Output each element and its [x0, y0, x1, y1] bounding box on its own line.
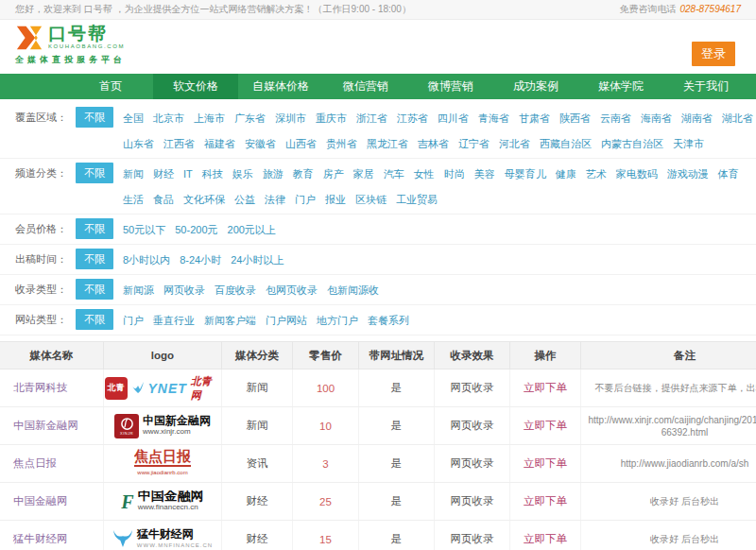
- filter-selected-site-type[interactable]: 不限: [76, 309, 113, 330]
- filter-option[interactable]: 湖南省: [681, 108, 713, 129]
- media-name-link[interactable]: 中国金融网: [0, 483, 104, 520]
- filter-option[interactable]: 百度收录: [215, 280, 256, 301]
- filter-option[interactable]: 8小时以内: [123, 249, 170, 270]
- filter-option[interactable]: 科技: [202, 163, 223, 184]
- nav-item-1[interactable]: 软文价格: [153, 74, 238, 99]
- filter-option[interactable]: 女性: [414, 163, 435, 184]
- order-now-link[interactable]: 立即下单: [510, 521, 581, 550]
- filter-option[interactable]: 母婴育儿: [505, 163, 546, 184]
- filter-option[interactable]: 旅游: [263, 163, 284, 184]
- filter-option[interactable]: 法律: [265, 189, 285, 210]
- filter-option[interactable]: 200元以上: [228, 219, 276, 240]
- media-name-link[interactable]: 焦点日报: [0, 445, 104, 482]
- filter-option[interactable]: 山西省: [285, 133, 317, 154]
- filter-selected-index-type[interactable]: 不限: [76, 279, 113, 300]
- filter-option[interactable]: 艺术: [586, 163, 607, 184]
- filter-option[interactable]: 家居: [353, 163, 374, 184]
- filter-option[interactable]: 福建省: [204, 133, 235, 154]
- filter-option[interactable]: 汽车: [384, 163, 404, 184]
- filter-option[interactable]: 垂直行业: [153, 310, 195, 331]
- filter-option[interactable]: 吉林省: [418, 133, 449, 154]
- filter-option[interactable]: 浙江省: [356, 108, 387, 129]
- nav-item-3[interactable]: 微信营销: [323, 74, 408, 99]
- filter-option[interactable]: 全国: [123, 108, 144, 129]
- filter-option[interactable]: 24小时以上: [231, 249, 284, 270]
- order-now-link[interactable]: 立即下单: [510, 483, 581, 520]
- filter-option[interactable]: 西藏自治区: [540, 133, 592, 154]
- order-now-link[interactable]: 立即下单: [510, 370, 581, 406]
- filter-option[interactable]: 重庆市: [316, 108, 347, 129]
- filter-option[interactable]: 江西省: [163, 133, 195, 154]
- filter-option[interactable]: 青海省: [478, 108, 509, 129]
- login-button[interactable]: 登录: [692, 42, 735, 66]
- filter-option[interactable]: 美容: [474, 163, 495, 184]
- filter-option[interactable]: 门户: [123, 310, 144, 331]
- nav-item-6[interactable]: 媒体学院: [578, 74, 663, 99]
- filter-selected-coverage[interactable]: 不限: [76, 107, 113, 128]
- filter-option[interactable]: 公益: [234, 189, 255, 210]
- filter-option[interactable]: 工业贸易: [396, 189, 438, 210]
- filter-option[interactable]: 新闻: [123, 163, 144, 184]
- filter-option[interactable]: 黑龙江省: [367, 133, 408, 154]
- filter-option[interactable]: 辽宁省: [458, 133, 490, 154]
- nav-item-2[interactable]: 自媒体价格: [238, 74, 323, 99]
- filter-option[interactable]: 河北省: [499, 133, 530, 154]
- filter-option[interactable]: 贵州省: [326, 133, 357, 154]
- filter-option[interactable]: 50-200元: [175, 219, 217, 240]
- filter-option[interactable]: 生活: [123, 189, 144, 210]
- filter-option[interactable]: 云南省: [600, 108, 631, 129]
- filter-option[interactable]: 娱乐: [232, 163, 253, 184]
- filter-option[interactable]: 山东省: [123, 133, 154, 154]
- filter-option[interactable]: 地方门户: [317, 310, 358, 331]
- filter-option[interactable]: 上海市: [194, 108, 225, 129]
- media-name-link[interactable]: 中国新金融网: [0, 407, 104, 444]
- filter-option[interactable]: 游戏动漫: [667, 163, 709, 184]
- filter-option[interactable]: 北京市: [153, 108, 184, 129]
- media-name-link[interactable]: 猛牛财经网: [0, 521, 104, 550]
- filter-selected-time[interactable]: 不限: [76, 249, 113, 269]
- filter-option[interactable]: 家电数码: [616, 163, 658, 184]
- filter-option[interactable]: 门户网站: [266, 310, 307, 331]
- filter-option[interactable]: 8-24小时: [180, 249, 221, 270]
- filter-option[interactable]: 网页收录: [163, 280, 205, 301]
- filter-option[interactable]: 区块链: [355, 189, 387, 210]
- filter-option[interactable]: 海南省: [641, 108, 672, 129]
- filter-option[interactable]: 深圳市: [275, 108, 306, 129]
- filter-selected-price[interactable]: 不限: [76, 218, 113, 239]
- filter-option[interactable]: 安徽省: [245, 133, 276, 154]
- filter-option[interactable]: 甘肃省: [519, 108, 550, 129]
- filter-option[interactable]: 天津市: [673, 133, 704, 154]
- filter-option[interactable]: IT: [183, 163, 193, 184]
- filter-option[interactable]: 江苏省: [397, 108, 428, 129]
- filter-option[interactable]: 陕西省: [559, 108, 591, 129]
- filter-option[interactable]: 广东省: [234, 108, 266, 129]
- nav-item-0[interactable]: 首页: [68, 74, 153, 99]
- filter-option[interactable]: 报业: [325, 189, 346, 210]
- filter-option[interactable]: 房产: [323, 163, 344, 184]
- order-now-link[interactable]: 立即下单: [510, 445, 581, 482]
- filter-option[interactable]: 四川省: [438, 108, 469, 129]
- filter-option[interactable]: 包网页收录: [266, 280, 318, 301]
- filter-option[interactable]: 时尚: [444, 163, 465, 184]
- filter-option[interactable]: 50元以下: [123, 219, 165, 240]
- filter-option[interactable]: 包新闻源收: [327, 280, 379, 301]
- filter-option[interactable]: 新闻源: [123, 280, 154, 301]
- filter-option[interactable]: 湖北省: [722, 108, 753, 129]
- filter-option[interactable]: 体育: [718, 163, 739, 184]
- media-logo: 北青YNET北青网: [105, 374, 221, 403]
- filter-option[interactable]: 文化环保: [183, 189, 225, 210]
- order-now-link[interactable]: 立即下单: [510, 407, 581, 444]
- nav-item-5[interactable]: 成功案例: [493, 74, 578, 99]
- filter-option[interactable]: 新闻客户端: [204, 310, 256, 331]
- nav-item-4[interactable]: 微博营销: [408, 74, 493, 99]
- filter-option[interactable]: 食品: [153, 189, 174, 210]
- filter-selected-channel[interactable]: 不限: [76, 163, 113, 183]
- filter-option[interactable]: 财经: [153, 163, 174, 184]
- filter-option[interactable]: 教育: [293, 163, 314, 184]
- media-name-link[interactable]: 北青网科技: [0, 370, 104, 406]
- filter-option[interactable]: 健康: [556, 163, 576, 184]
- filter-option[interactable]: 套餐系列: [368, 310, 409, 331]
- nav-item-7[interactable]: 关于我们: [663, 74, 748, 99]
- filter-option[interactable]: 内蒙古自治区: [601, 133, 663, 154]
- filter-option[interactable]: 门户: [295, 189, 316, 210]
